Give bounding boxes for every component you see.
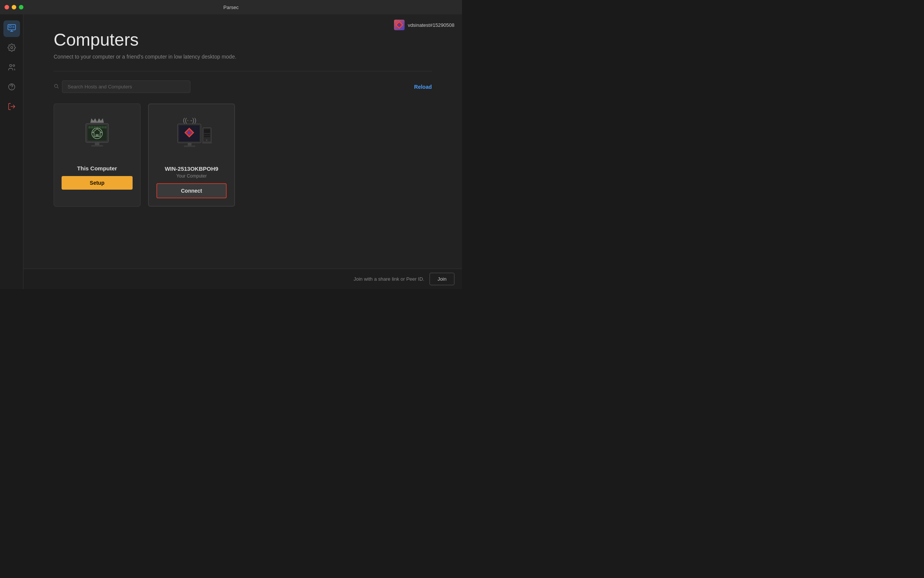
svg-line-16	[57, 87, 58, 88]
gear-icon	[8, 44, 16, 54]
svg-point-7	[10, 64, 12, 67]
cards-row: This Computer Setup ((· -))	[53, 104, 432, 207]
app-container: vdsinatest#15290508 Computers Connect to…	[0, 15, 462, 289]
page-title: Computers	[53, 29, 432, 50]
friends-icon	[8, 63, 16, 73]
win-computer-card: ((· -))	[148, 104, 235, 207]
titlebar-title: Parsec	[223, 5, 238, 10]
svg-rect-26	[104, 126, 107, 128]
page-subtitle: Connect to your computer or a friend's c…	[53, 54, 432, 60]
win-computer-sub: Your Computer	[177, 174, 207, 179]
sidebar-item-friends[interactable]	[3, 60, 20, 76]
svg-rect-42	[204, 134, 210, 135]
username: vdsinatest#15290508	[408, 22, 454, 28]
svg-text:((· -)): ((· -))	[183, 117, 196, 123]
titlebar: Parsec	[0, 0, 462, 15]
svg-rect-39	[184, 145, 195, 147]
svg-rect-41	[204, 129, 210, 133]
sidebar	[0, 15, 23, 289]
reload-button[interactable]: Reload	[414, 84, 432, 90]
svg-point-6	[11, 47, 13, 49]
svg-rect-24	[99, 126, 101, 128]
win-computer-illustration: ((· -))	[167, 112, 216, 161]
svg-rect-3	[9, 26, 11, 28]
search-bar-row: Reload	[53, 80, 432, 93]
this-computer-illustration	[73, 112, 122, 161]
svg-point-15	[54, 84, 57, 87]
sidebar-item-settings[interactable]	[3, 40, 20, 57]
divider	[53, 71, 432, 71]
avatar	[394, 19, 405, 30]
this-computer-name: This Computer	[77, 165, 117, 172]
maximize-button[interactable]	[19, 5, 23, 10]
traffic-lights	[5, 5, 23, 10]
sidebar-item-signout[interactable]	[3, 99, 20, 115]
svg-rect-30	[95, 143, 99, 145]
help-icon	[8, 83, 16, 93]
svg-rect-29	[96, 134, 99, 136]
footer: Join with a share link or Peer ID. Join	[23, 269, 462, 289]
search-bar	[53, 80, 205, 93]
svg-rect-21	[91, 126, 93, 128]
svg-point-8	[13, 65, 15, 67]
svg-rect-31	[91, 145, 103, 146]
svg-point-44	[206, 140, 207, 141]
connect-button[interactable]: Connect	[156, 183, 227, 198]
search-input[interactable]	[62, 80, 190, 93]
footer-text: Join with a share link or Peer ID.	[353, 276, 424, 282]
signout-icon	[8, 102, 16, 112]
minimize-button[interactable]	[12, 5, 16, 10]
setup-button[interactable]: Setup	[62, 176, 133, 190]
close-button[interactable]	[5, 5, 9, 10]
svg-marker-17	[90, 118, 104, 123]
this-computer-card: This Computer Setup	[53, 104, 141, 207]
sidebar-item-help[interactable]	[3, 80, 20, 96]
sidebar-item-computers[interactable]	[3, 20, 20, 37]
svg-rect-38	[188, 143, 191, 146]
win-computer-name: WIN-2513OKBPOH9	[165, 166, 218, 172]
computers-icon	[7, 23, 16, 34]
user-header: vdsinatest#15290508	[394, 19, 454, 30]
main-content: vdsinatest#15290508 Computers Connect to…	[23, 15, 462, 289]
svg-rect-20	[88, 126, 91, 128]
svg-rect-25	[102, 126, 104, 128]
svg-rect-43	[204, 136, 210, 137]
page-content: Computers Connect to your computer or a …	[23, 15, 462, 269]
join-button[interactable]: Join	[430, 273, 454, 285]
svg-rect-45	[202, 142, 212, 144]
svg-point-10	[11, 88, 12, 89]
search-icon	[53, 83, 59, 90]
